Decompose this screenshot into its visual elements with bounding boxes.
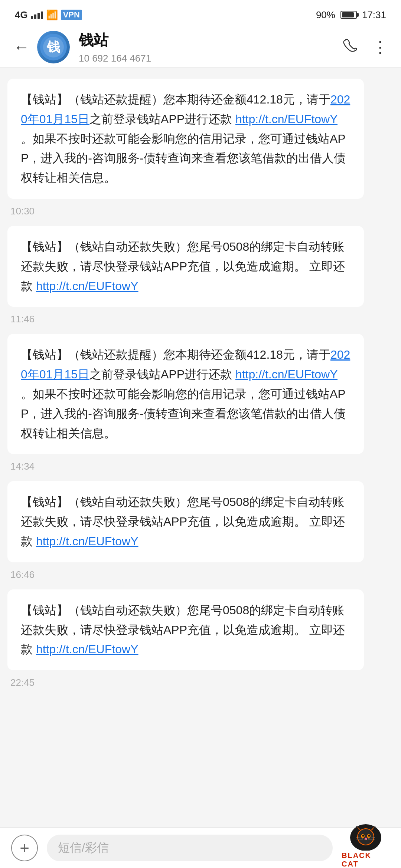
message-link[interactable]: http://t.cn/EUFtowY bbox=[36, 535, 138, 548]
message-link[interactable]: http://t.cn/EUFtowY bbox=[36, 279, 138, 293]
black-cat-icon bbox=[349, 823, 382, 851]
message-input[interactable]: 短信/彩信 bbox=[47, 835, 333, 861]
header-actions: ⋮ bbox=[342, 37, 388, 56]
battery-icon bbox=[340, 11, 357, 19]
svg-point-11 bbox=[362, 835, 364, 836]
timestamp-2: 11:46 bbox=[10, 313, 394, 325]
contact-number: 10 692 164 4671 bbox=[79, 53, 342, 64]
message-bubble: 【钱站】（钱站还款提醒）您本期待还金额412.18元，请于2020年01月15日… bbox=[7, 79, 364, 199]
contact-info: 钱站 10 692 164 4671 bbox=[79, 30, 342, 64]
black-cat-logo[interactable]: BLACK CAT bbox=[342, 828, 390, 868]
message-bubble: 【钱站】（钱站还款提醒）您本期待还金额412.18元，请于2020年01月15日… bbox=[7, 334, 364, 454]
timestamp-3: 14:34 bbox=[10, 461, 394, 472]
message-bubble: 【钱站】（钱站自动还款失败）您尾号0508的绑定卡自动转账还款失败，请尽快登录钱… bbox=[7, 589, 364, 670]
message-bubble: 【钱站】（钱站自动还款失败）您尾号0508的绑定卡自动转账还款失败，请尽快登录钱… bbox=[7, 481, 364, 562]
timestamp-5: 22:45 bbox=[10, 677, 394, 688]
more-icon[interactable]: ⋮ bbox=[372, 37, 388, 56]
phone-icon[interactable] bbox=[342, 38, 357, 56]
input-placeholder: 短信/彩信 bbox=[58, 840, 109, 856]
bottom-bar: + 短信/彩信 bbox=[0, 827, 401, 868]
message-text: 【钱站】（钱站自动还款失败）您尾号0508的绑定卡自动转账还款失败，请尽快登录钱… bbox=[21, 604, 345, 656]
signal-bars bbox=[31, 11, 43, 19]
black-cat-text: BLACK CAT bbox=[342, 851, 390, 868]
status-left: 4G 📶 VPN bbox=[15, 9, 82, 21]
network-type: 4G bbox=[15, 9, 28, 21]
header: ← 钱 钱站 10 692 164 4671 ⋮ bbox=[0, 27, 401, 68]
vpn-icon: VPN bbox=[61, 10, 82, 20]
back-button[interactable]: ← bbox=[13, 38, 30, 56]
avatar-icon: 钱 bbox=[40, 34, 67, 60]
message-link[interactable]: http://t.cn/EUFtowY bbox=[36, 642, 138, 656]
timestamp-4: 16:46 bbox=[10, 569, 394, 581]
timestamp-1: 10:30 bbox=[10, 206, 394, 217]
message-link[interactable]: http://t.cn/EUFtowY bbox=[235, 112, 338, 126]
time-display: 17:31 bbox=[362, 9, 386, 21]
cat-icon-area bbox=[345, 823, 386, 851]
battery-percent: 90% bbox=[316, 9, 335, 21]
message-link[interactable]: http://t.cn/EUFtowY bbox=[235, 368, 338, 381]
contact-name: 钱站 bbox=[79, 30, 342, 50]
svg-point-4 bbox=[358, 829, 374, 845]
svg-text:钱: 钱 bbox=[46, 39, 61, 55]
add-button[interactable]: + bbox=[11, 835, 38, 861]
svg-point-13 bbox=[365, 838, 367, 839]
contact-avatar: 钱 bbox=[37, 31, 70, 63]
chat-area: 【钱站】（钱站还款提醒）您本期待还金额412.18元，请于2020年01月15日… bbox=[0, 68, 401, 827]
message-text: 【钱站】（钱站自动还款失败）您尾号0508的绑定卡自动转账还款失败，请尽快登录钱… bbox=[21, 240, 345, 293]
svg-point-12 bbox=[368, 835, 370, 836]
message-text: 【钱站】（钱站自动还款失败）您尾号0508的绑定卡自动转账还款失败，请尽快登录钱… bbox=[21, 495, 345, 548]
status-right: 90% 17:31 bbox=[316, 9, 386, 21]
message-bubble: 【钱站】（钱站自动还款失败）您尾号0508的绑定卡自动转账还款失败，请尽快登录钱… bbox=[7, 226, 364, 307]
wifi-icon: 📶 bbox=[46, 9, 58, 21]
message-text: 【钱站】（钱站还款提醒）您本期待还金额412.18元，请于2020年01月15日… bbox=[21, 93, 350, 184]
message-text: 【钱站】（钱站还款提醒）您本期待还金额412.18元，请于2020年01月15日… bbox=[21, 348, 350, 440]
status-bar: 4G 📶 VPN 90% 17:31 bbox=[0, 0, 401, 27]
